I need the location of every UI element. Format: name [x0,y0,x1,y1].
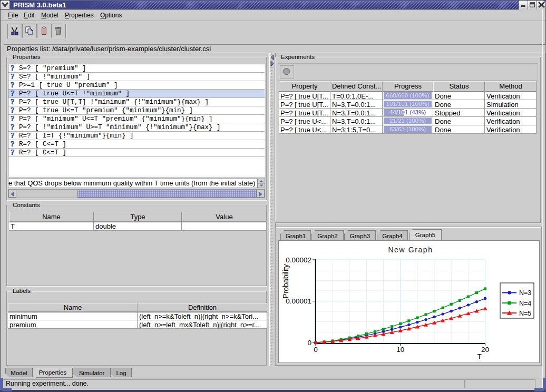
svg-text:T: T [477,352,481,360]
svg-text:0.00001: 0.00001 [286,297,311,305]
svg-text:N=5: N=5 [519,310,531,317]
svg-text:N=3: N=3 [519,289,531,297]
svg-text:20: 20 [481,346,489,354]
svg-text:0: 0 [314,346,318,354]
svg-text:N=4: N=4 [519,300,531,307]
svg-text:New Graph: New Graph [388,246,433,254]
svg-text:0: 0 [307,339,311,347]
svg-text:0.00002: 0.00002 [286,256,311,264]
svg-text:Probability: Probability [281,264,290,298]
svg-text:10: 10 [396,346,404,354]
